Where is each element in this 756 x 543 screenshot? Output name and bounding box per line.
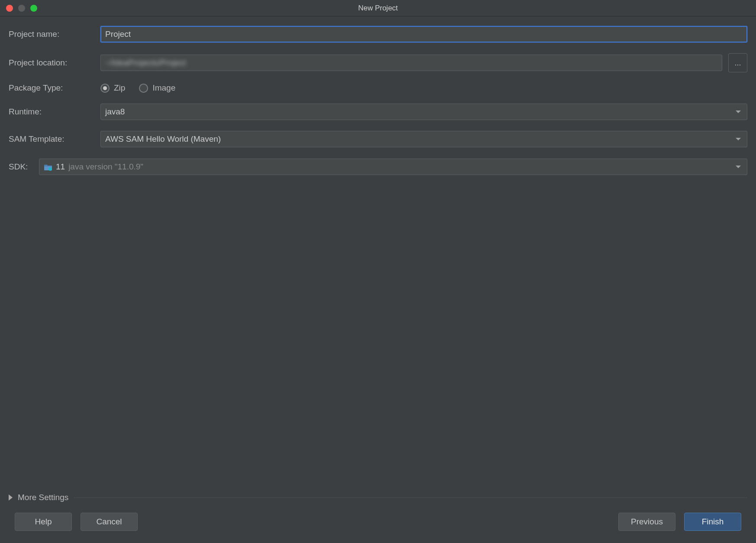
project-form: Project name: Project location: ~/IdeaPr… [9,26,747,147]
dialog-buttons: Help Cancel Previous Finish [9,513,747,539]
sdk-label: SDK: [9,162,33,172]
close-icon[interactable] [6,5,13,12]
sdk-select[interactable]: 11 java version "11.0.9" [39,159,747,175]
sdk-content: 11 java version "11.0.9" [44,162,143,172]
window-title: New Project [0,4,756,13]
maximize-icon[interactable] [30,5,37,12]
finish-button[interactable]: Finish [684,513,741,531]
chevron-down-icon [736,111,741,113]
package-type-zip-label: Zip [114,83,125,93]
more-settings-row: More Settings [9,493,747,502]
more-settings-label[interactable]: More Settings [18,493,68,502]
package-type-label: Package Type: [9,83,100,93]
runtime-value: java8 [105,107,125,117]
project-name-input[interactable] [100,26,747,42]
sam-template-select[interactable]: AWS SAM Hello World (Maven) [100,131,747,147]
project-name-label: Project name: [9,29,100,39]
package-type-image-radio[interactable]: Image [139,83,175,93]
window-controls [0,5,37,12]
package-type-zip-radio[interactable]: Zip [100,83,125,93]
minimize-icon [18,5,25,12]
chevron-down-icon [736,166,741,168]
previous-button[interactable]: Previous [618,513,675,531]
radio-icon [100,84,110,93]
separator [74,497,747,498]
project-location-value: ~/IdeaProjects/Project [105,58,186,68]
project-location-row: ~/IdeaProjects/Project ... [100,53,747,72]
browse-button[interactable]: ... [728,53,747,72]
svg-point-0 [48,167,52,171]
sam-template-value: AWS SAM Hello World (Maven) [105,134,221,144]
sam-template-label: SAM Template: [9,134,100,144]
runtime-label: Runtime: [9,107,100,117]
sdk-row: SDK: 11 java version "11.0.9" [9,159,747,175]
chevron-down-icon [736,138,741,140]
help-button[interactable]: Help [15,513,72,531]
runtime-select[interactable]: java8 [100,104,747,120]
ellipsis-icon: ... [734,59,741,68]
sdk-name: 11 [56,162,65,172]
package-type-image-label: Image [152,83,175,93]
package-type-group: Zip Image [100,83,747,93]
disclosure-triangle-icon[interactable] [9,494,13,501]
folder-icon [44,163,52,170]
titlebar: New Project [0,0,756,16]
project-location-input[interactable]: ~/IdeaProjects/Project [100,55,722,71]
dialog-content: Project name: Project location: ~/IdeaPr… [0,16,756,543]
spacer [9,175,747,493]
project-location-label: Project location: [9,58,100,68]
radio-icon [139,84,148,93]
cancel-button[interactable]: Cancel [81,513,138,531]
sdk-detail: java version "11.0.9" [68,162,143,172]
